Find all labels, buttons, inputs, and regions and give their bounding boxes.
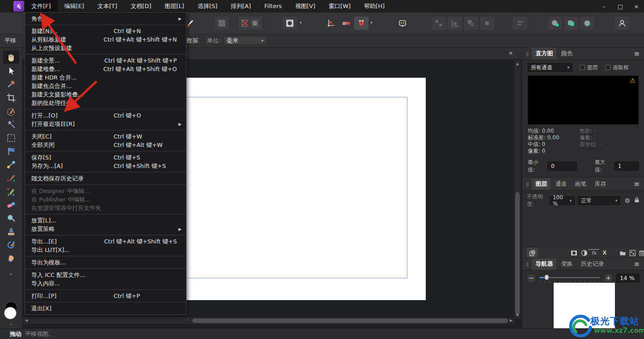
erase-tool[interactable]	[3, 198, 19, 211]
panel-drag-handle[interactable]: ||	[526, 51, 528, 57]
color-picker-tool[interactable]	[3, 78, 19, 91]
insert-behind-icon[interactable]	[548, 17, 562, 30]
file-menu-item[interactable]: 导出 LUT[X]...	[25, 246, 186, 254]
file-menu-item[interactable]: 导入内容...	[25, 279, 186, 288]
snap-grid-icon[interactable]	[324, 17, 338, 30]
horizontal-scrollbar[interactable]: ◀ ▶	[23, 318, 514, 324]
smudge-tool[interactable]	[3, 252, 19, 265]
slider-handle[interactable]	[545, 275, 549, 280]
scroll-down-icon[interactable]: ▼	[514, 313, 521, 317]
maximize-button[interactable]: □	[615, 3, 625, 10]
layer-settings-gear-icon[interactable]: ⚙	[624, 197, 630, 204]
pixel-tool[interactable]	[3, 185, 19, 198]
opacity-select[interactable]: 100 % ▾	[550, 196, 575, 205]
tab-navigator-1[interactable]: 导航器	[532, 258, 556, 270]
menu-file[interactable]: 文件[F]	[25, 0, 58, 13]
file-menu-item[interactable]: 放置[L]...	[25, 216, 186, 225]
flood-fill-tool[interactable]	[3, 145, 19, 158]
panel-drag-handle[interactable]: ||	[526, 181, 528, 187]
scroll-right-icon[interactable]: ▶	[510, 318, 513, 322]
menu-item-5[interactable]: 选择[S]	[191, 0, 224, 13]
unit-select[interactable]: 毫米 ▾	[224, 36, 267, 45]
menu-item-9[interactable]: 窗口[W]	[322, 0, 357, 13]
assistant-icon[interactable]	[395, 17, 410, 30]
insert-ontop-icon[interactable]	[580, 17, 594, 30]
swap-colors-icon[interactable]: ⌄	[0, 321, 22, 326]
zoom-value-input[interactable]: 14 %	[616, 274, 640, 283]
selection-brush-tool[interactable]	[3, 105, 19, 117]
panel-menu-icon[interactable]: ≡	[634, 50, 640, 58]
foreground-color-swatch[interactable]	[4, 307, 17, 319]
flood-select-tool[interactable]	[3, 118, 19, 131]
file-menu-item[interactable]: 新建全景...Ctrl 键+Alt 键+Shift 键+P	[25, 56, 186, 65]
arrange-distribute-icon[interactable]	[448, 17, 462, 30]
file-menu-item[interactable]: 导入 ICC 配置文件...	[25, 271, 186, 279]
move-tool[interactable]	[3, 64, 19, 77]
file-menu-item[interactable]: 新建焦点合并...	[25, 82, 186, 90]
vertical-scrollbar[interactable]: ▲ ▼	[514, 60, 521, 318]
file-menu-item[interactable]: 新建 HDR 合并...	[25, 73, 186, 82]
clone-tool[interactable]	[3, 225, 19, 238]
adjustment-layer-icon[interactable]	[579, 248, 589, 258]
panel-drag-handle[interactable]: ||	[526, 261, 528, 267]
blur-tool[interactable]	[3, 212, 19, 225]
file-menu-item[interactable]: 放置策略▶	[25, 225, 186, 233]
tab-layers-4[interactable]: 库存	[591, 178, 610, 190]
file-menu-item[interactable]: 新建[N]...Ctrl 键+N	[25, 27, 186, 35]
selection-mode-new-icon[interactable]	[215, 17, 229, 30]
tab-navigator-2[interactable]: 变换	[557, 258, 576, 270]
move-forward-icon[interactable]	[339, 17, 353, 30]
menu-item-1[interactable]: 编辑[E]	[58, 0, 91, 13]
tab-histogram-2[interactable]: 颜色	[557, 48, 576, 59]
min-input[interactable]: 0	[547, 162, 577, 171]
panel-menu-icon[interactable]: ≡	[634, 260, 640, 268]
file-menu-item[interactable]: 随文档保存历史记录	[25, 174, 186, 183]
panel-menu-icon[interactable]: ≡	[634, 180, 640, 188]
document-close-icon[interactable]: ×	[507, 50, 514, 56]
paint-brush-tool[interactable]	[3, 172, 19, 184]
marquee-tool[interactable]	[3, 131, 19, 144]
file-menu-item[interactable]: 从上次预设新建	[25, 44, 186, 52]
file-menu-item[interactable]: 从剪贴板新建Ctrl 键+Alt 键+Shift 键+N	[25, 35, 186, 44]
file-menu-item[interactable]: 新建堆叠...Ctrl 键+Alt 键+Shift 键+O	[25, 65, 186, 73]
zoom-out-button[interactable]: −	[527, 274, 536, 283]
arrange-front-icon[interactable]	[464, 17, 478, 30]
file-menu-item[interactable]: 另存为...[A]Ctrl 键+Shift 键+S	[25, 162, 186, 170]
duplicate-layer-icon[interactable]	[527, 248, 538, 258]
max-input[interactable]: 1	[614, 162, 639, 171]
menu-item-8[interactable]: 视图[V]	[288, 0, 322, 13]
quick-mask-icon[interactable]	[283, 17, 297, 30]
blend-mode-select[interactable]: 正常 ▾	[578, 196, 620, 205]
layer-lock-icon[interactable]	[634, 197, 640, 204]
tab-navigator-3[interactable]: 历史记录	[577, 258, 607, 270]
file-menu-item[interactable]: 角色▶	[25, 14, 186, 23]
close-button[interactable]: ×	[631, 3, 641, 10]
channel-select[interactable]: 所有通道 ▾	[528, 63, 572, 72]
tab-layers-1[interactable]: 图层	[532, 178, 551, 190]
crop-tool[interactable]	[3, 91, 19, 104]
file-menu-item[interactable]: 保存[S]Ctrl 键+S	[25, 153, 186, 162]
arrange-back-icon[interactable]	[480, 17, 494, 30]
quick-mask-dropdown-icon[interactable]: ▾	[300, 20, 302, 25]
account-icon[interactable]	[615, 17, 629, 30]
layer-list[interactable]	[522, 208, 644, 247]
menu-item-6[interactable]: 排列[A]	[224, 0, 258, 13]
layers-checkbox[interactable]: 图层	[580, 64, 598, 71]
tab-layers-2[interactable]: 通道	[551, 178, 570, 190]
insert-order-icon[interactable]	[513, 17, 527, 30]
vertical-scroll-thumb[interactable]	[515, 192, 520, 315]
view-tool[interactable]	[3, 51, 19, 64]
file-menu-item[interactable]: 新建天文摄影堆叠...	[25, 90, 186, 99]
file-menu-item[interactable]: 打开...[O]Ctrl 键+O	[25, 111, 186, 120]
menu-item-3[interactable]: 文档[D]	[124, 0, 158, 13]
file-menu-item[interactable]: 退出[X]	[25, 304, 186, 313]
tab-histogram-1[interactable]: 直方图	[532, 48, 556, 59]
file-menu-item[interactable]: 导出为模板...	[25, 258, 186, 267]
context-data-label[interactable]: 数据	[186, 37, 198, 45]
delete-layer-trash-icon[interactable]	[636, 248, 644, 258]
file-menu-item[interactable]: 打印...[P]Ctrl 键+P	[25, 292, 186, 300]
insert-inside-icon[interactable]	[564, 17, 578, 30]
marquee-checkbox[interactable]: 选取框	[605, 64, 629, 71]
menu-item-10[interactable]: 帮助[H]	[357, 0, 391, 13]
more-tools-button[interactable]: »	[3, 271, 19, 277]
